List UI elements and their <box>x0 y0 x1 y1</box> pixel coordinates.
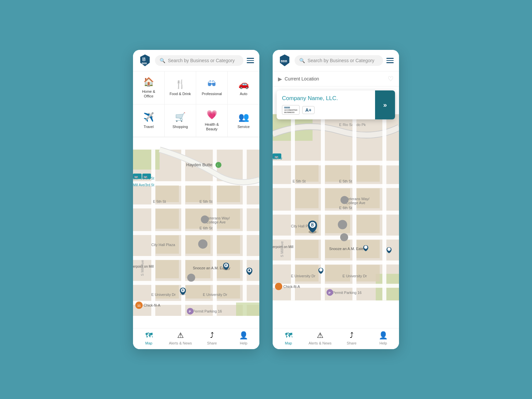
svg-point-100 <box>338 220 347 229</box>
food-drink-label: Food & Drink <box>170 91 191 96</box>
svg-text:College Ave: College Ave <box>206 220 226 224</box>
screen2-map[interactable]: E Rio Salado Pk <box>273 86 399 328</box>
svg-text:S Mill Ave: S Mill Ave <box>280 241 284 257</box>
category-auto[interactable]: 🚗 Auto <box>228 71 259 104</box>
search-bar[interactable]: 🔍 Search by Business or Category <box>155 55 243 66</box>
share-nav-label: Share <box>207 341 217 345</box>
svg-point-117 <box>319 268 323 272</box>
service-label: Service <box>237 124 250 129</box>
nav-map-2[interactable]: 🗺 Map <box>273 331 304 345</box>
category-shopping[interactable]: 🛒 Shopping <box>165 104 196 137</box>
svg-point-119 <box>340 233 348 241</box>
svg-text:City Hall Plaza: City Hall Plaza <box>151 243 175 247</box>
help-nav-icon-2: 👤 <box>379 331 388 340</box>
category-professional[interactable]: 🕶 Professional <box>196 71 228 104</box>
search-placeholder: Search by Business or Category <box>168 58 235 63</box>
nav-map[interactable]: 🗺 Map <box>133 331 165 345</box>
svg-rect-20 <box>217 235 240 254</box>
share-nav-icon: ⤴ <box>210 331 214 340</box>
svg-text:E 5th St: E 5th St <box>339 179 352 183</box>
svg-text:🚌: 🚌 <box>274 154 279 159</box>
svg-text:E 6th St: E 6th St <box>200 226 212 230</box>
svg-rect-82 <box>295 265 319 282</box>
business-card-arrow-button[interactable]: » <box>375 90 395 119</box>
search-icon: 🔍 <box>160 58 165 63</box>
svg-point-118 <box>387 248 391 251</box>
svg-rect-90 <box>356 215 380 233</box>
svg-text:College Ave: College Ave <box>346 201 365 205</box>
location-text: Current Location <box>285 76 385 81</box>
business-card-popup[interactable]: Company Name, LLC. BBB ACCREDITEDBUSINES… <box>277 90 395 119</box>
screen2-bottom-nav: 🗺 Map ⚠ Alerts & News ⤴ Share 👤 Help <box>273 328 399 349</box>
location-icon: ▶ <box>278 76 282 82</box>
svg-rect-12 <box>243 150 247 316</box>
bbb-badges: BBB ACCREDITEDBUSINESS A+ <box>282 105 370 115</box>
svg-text:Snooze an A.M. Eatery: Snooze an A.M. Eatery <box>329 247 367 251</box>
nav-help[interactable]: 👤 Help <box>228 331 259 345</box>
health-beauty-icon: 💗 <box>206 110 217 120</box>
menu-button-2[interactable] <box>386 58 394 63</box>
svg-point-116 <box>364 246 367 249</box>
share-nav-label-2: Share <box>347 341 356 345</box>
category-service[interactable]: 👥 Service <box>228 104 259 137</box>
help-nav-label-2: Help <box>379 341 387 345</box>
nav-share-2[interactable]: ⤴ Share <box>336 331 367 345</box>
svg-rect-2 <box>133 150 160 170</box>
screens-container: BBB 🔍 Search by Business or Category 🏠 H… <box>120 37 412 362</box>
accredited-badge: BBB ACCREDITEDBUSINESS <box>282 105 300 115</box>
svg-text:🚌: 🚌 <box>134 174 138 179</box>
nav-help-2[interactable]: 👤 Help <box>367 331 399 345</box>
svg-point-30 <box>215 162 221 168</box>
svg-text:Veterans Way/: Veterans Way/ <box>346 197 370 201</box>
home-office-icon: 🏠 <box>143 77 154 87</box>
svg-text:E University Dr: E University Dr <box>342 274 367 278</box>
travel-icon: ✈️ <box>143 112 154 122</box>
alerts-nav-icon: ⚠ <box>177 331 184 340</box>
map-svg: Hayden Butte ↑ Mill Ave/3rd St Mill Ave/… <box>133 137 259 328</box>
bbb-badge-logo: BBB ACCREDITEDBUSINESS <box>284 106 297 113</box>
svg-rect-28 <box>236 303 259 316</box>
menu-button[interactable] <box>247 58 254 63</box>
svg-text:Mill Ave/3rd St: Mill Ave/3rd St <box>133 183 154 187</box>
svg-point-111 <box>275 283 282 290</box>
business-card-content: Company Name, LLC. BBB ACCREDITEDBUSINES… <box>277 90 375 119</box>
help-nav-label: Help <box>240 341 247 345</box>
svg-point-61 <box>187 274 195 282</box>
share-nav-icon-2: ⤴ <box>350 331 353 340</box>
svg-text:Permit Parking 16: Permit Parking 16 <box>193 309 222 313</box>
service-icon: 👥 <box>238 112 249 122</box>
map-nav-label-2: Map <box>285 341 292 345</box>
business-name: Company Name, LLC. <box>282 95 370 102</box>
menu-line-2-3 <box>386 62 394 63</box>
category-food-drink[interactable]: 🍴 Food & Drink <box>165 71 196 104</box>
svg-point-45 <box>201 215 209 223</box>
svg-rect-81 <box>295 240 319 258</box>
nav-alerts-2[interactable]: ⚠ Alerts & News <box>304 331 336 345</box>
bbb-logo: BBB <box>138 54 152 67</box>
nav-alerts[interactable]: ⚠ Alerts & News <box>165 331 196 345</box>
category-travel[interactable]: ✈️ Travel <box>133 104 165 137</box>
svg-text:E 5th St: E 5th St <box>153 200 166 203</box>
map-nav-icon: 🗺 <box>145 331 153 340</box>
search-placeholder-2: Search by Business or Category <box>308 58 374 63</box>
rating-badge: A+ <box>302 106 314 114</box>
search-bar-2[interactable]: 🔍 Search by Business or Category <box>295 55 383 66</box>
heart-icon[interactable]: ♡ <box>388 75 394 83</box>
nav-share[interactable]: ⤴ Share <box>196 331 228 345</box>
svg-rect-18 <box>217 186 240 202</box>
svg-text:🚌: 🚌 <box>143 174 148 179</box>
home-office-label: Home &Office <box>142 89 155 99</box>
search-icon-2: 🔍 <box>299 58 305 63</box>
screen1-map[interactable]: Hayden Butte ↑ Mill Ave/3rd St Mill Ave/… <box>133 137 259 328</box>
category-home-office[interactable]: 🏠 Home &Office <box>133 71 165 104</box>
svg-text:BBB: BBB <box>142 62 147 65</box>
screen1-phone: BBB 🔍 Search by Business or Category 🏠 H… <box>133 50 259 349</box>
alerts-nav-label: Alerts & News <box>169 341 192 345</box>
help-nav-icon: 👤 <box>239 331 248 340</box>
professional-label: Professional <box>202 91 222 96</box>
category-health-beauty[interactable]: 💗 Health &Beauty <box>196 104 228 137</box>
shopping-label: Shopping <box>173 124 188 129</box>
svg-point-103 <box>340 196 348 204</box>
svg-text:Chick-fil-A: Chick-fil-A <box>283 285 300 289</box>
alerts-nav-icon-2: ⚠ <box>317 331 324 340</box>
